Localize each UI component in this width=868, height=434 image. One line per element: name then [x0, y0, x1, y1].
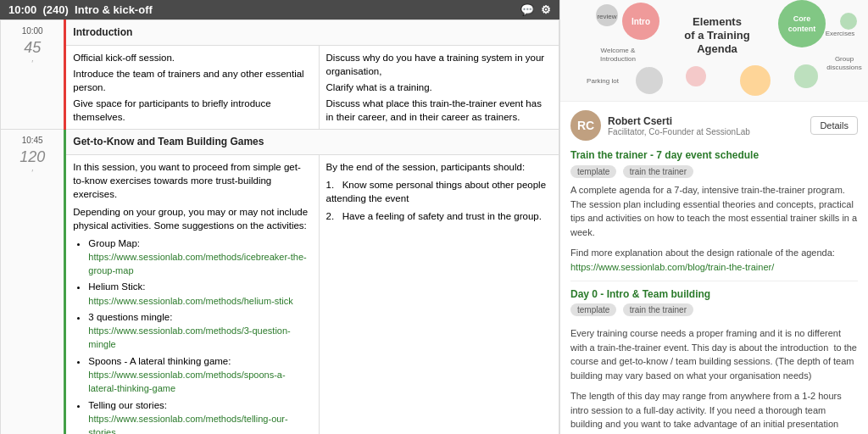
session1-content: Official kick-off session. Introduce the…: [65, 45, 319, 129]
day0-title: Day 0 - Intro & Team building: [570, 288, 858, 300]
header-icons: 💬 ⚙: [520, 3, 551, 16]
avatar-initials: RC: [577, 119, 594, 132]
session1-content-1: Official kick-off session.: [73, 51, 311, 64]
session1-notes: Discuss why do you have a training syste…: [319, 45, 559, 129]
session2-note-1: 1. Know some personal things about other…: [326, 178, 552, 205]
author-row: RC Robert Cserti Facilitator, Co-Founder…: [570, 110, 858, 141]
agenda-link[interactable]: Train the trainer - 7 day event schedule: [570, 149, 858, 161]
header-section-title: Intro & kick-off: [75, 3, 153, 16]
table-row: 10:45 120 ′ Get-to-Know and Team Buildin…: [1, 130, 559, 155]
svg-text:Core: Core: [793, 14, 811, 23]
session2-content-intro: In this session, you want to proceed fro…: [73, 160, 311, 201]
session1-unit: ′: [8, 58, 57, 70]
svg-text:discussions: discussions: [826, 64, 861, 71]
right-panel: review Intro Welcome & Introduction Elem…: [559, 0, 868, 434]
activity-list: Group Map:https://www.sessionlab.com/met…: [73, 236, 311, 434]
group-map-link[interactable]: https://www.sessionlab.com/methods/icebr…: [88, 252, 306, 275]
header-bar: 10:00 (240) Intro & kick-off 💬 ⚙: [0, 0, 559, 19]
diagram-area: review Intro Welcome & Introduction Elem…: [560, 0, 868, 102]
session1-title: Introduction: [73, 26, 132, 38]
session1-duration: 45: [8, 37, 57, 58]
session1-note-3: Discuss what place this train-the-traine…: [326, 97, 552, 124]
avatar: RC: [570, 110, 601, 141]
settings-icon[interactable]: ⚙: [541, 3, 551, 16]
svg-text:Parking lot: Parking lot: [587, 77, 620, 85]
session1-title-cell: Introduction: [65, 20, 559, 46]
divider: [570, 281, 858, 281]
session2-content-extra: Depending on your group, you may or may …: [73, 205, 311, 232]
helium-stick-link[interactable]: https://www.sessionlab.com/methods/heliu…: [88, 296, 292, 306]
svg-text:Exercises: Exercises: [826, 30, 855, 37]
list-item: Telling our stories:https://www.sessionl…: [88, 398, 311, 434]
list-item: Spoons - A lateral thinking game:https:/…: [88, 354, 311, 396]
svg-text:Introduction: Introduction: [600, 55, 636, 63]
header-title: 10:00 (240) Intro & kick-off: [8, 3, 153, 16]
tag-template[interactable]: template: [570, 165, 616, 178]
svg-point-9: [778, 0, 826, 47]
day0-description: Every training course needs a proper fra…: [570, 326, 858, 382]
tag-train-trainer[interactable]: train the trainer: [623, 165, 693, 178]
day0-tag-train-trainer[interactable]: train the trainer: [623, 303, 693, 316]
author-info: Robert Cserti Facilitator, Co-Founder at…: [608, 115, 804, 136]
telling-stories-link[interactable]: https://www.sessionlab.com/methods/telli…: [88, 414, 287, 434]
training-agenda-diagram: review Intro Welcome & Introduction Elem…: [560, 0, 868, 102]
table-row: Official kick-off session. Introduce the…: [1, 45, 559, 129]
session2-content: In this session, you want to proceed fro…: [65, 155, 319, 434]
description1: A complete agenda for a 7-day, intensive…: [570, 183, 858, 239]
agenda-tags: template train the trainer: [570, 165, 858, 183]
left-panel: 10:00 (240) Intro & kick-off 💬 ⚙ 10:00 4…: [0, 0, 559, 434]
session2-notes: By the end of the session, participants …: [319, 155, 559, 434]
session1-note-1: Discuss why do you have a training syste…: [326, 51, 552, 78]
svg-point-19: [686, 66, 706, 86]
session1-note-2: Clarify what is a training.: [326, 81, 552, 94]
session1-time: 10:00: [8, 25, 57, 37]
svg-point-18: [740, 65, 771, 96]
author-role: Facilitator, Co-Founder at SessionLab: [608, 127, 804, 136]
svg-text:Welcome &: Welcome &: [601, 47, 636, 54]
schedule-table: 10:00 45 ′ Introduction Official kick-of…: [0, 19, 559, 434]
session2-notes-title: By the end of the session, participants …: [326, 160, 552, 174]
time-cell-1: 10:00 45 ′: [1, 20, 65, 130]
svg-text:of a Training: of a Training: [684, 29, 749, 42]
svg-point-13: [840, 13, 857, 30]
table-row: 10:00 45 ′ Introduction: [1, 20, 559, 46]
header-time: 10:00: [8, 3, 36, 16]
session2-title-cell: Get-to-Know and Team Building Games: [65, 130, 559, 155]
day0-description2: The length of this day may range from an…: [570, 389, 858, 434]
info-area: RC Robert Cserti Facilitator, Co-Founder…: [560, 102, 868, 434]
svg-text:content: content: [788, 25, 816, 33]
session1-content-3: Give space for participants to briefly i…: [73, 97, 311, 124]
description2: Find more explanation about the design r…: [570, 246, 858, 274]
author-name: Robert Cserti: [608, 115, 804, 127]
time-cell-2: 10:45 120 ′: [1, 130, 65, 434]
session2-title: Get-to-Know and Team Building Games: [73, 136, 264, 147]
diagram-container: review Intro Welcome & Introduction Elem…: [560, 0, 868, 102]
list-item: Group Map:https://www.sessionlab.com/met…: [88, 236, 311, 278]
spoons-link[interactable]: https://www.sessionlab.com/methods/spoon…: [88, 370, 285, 393]
svg-point-20: [794, 64, 818, 88]
session2-note-2: 2. Have a feeling of safety and trust in…: [326, 209, 552, 223]
svg-text:Agenda: Agenda: [697, 42, 737, 55]
table-row: In this session, you want to proceed fro…: [1, 155, 559, 434]
session1-content-2: Introduce the team of trainers and any o…: [73, 67, 311, 94]
list-item: 3 questions mingle:https://www.sessionla…: [88, 310, 311, 352]
svg-text:Group: Group: [835, 55, 854, 63]
session2-time: 10:45: [8, 135, 57, 147]
list-item: Helium Stick:https://www.sessionlab.com/…: [88, 280, 311, 307]
svg-text:Intro: Intro: [632, 17, 650, 26]
day0-tags: template train the trainer: [570, 303, 858, 321]
session2-duration: 120: [8, 147, 57, 168]
day0-tag-template[interactable]: template: [570, 303, 616, 316]
chat-icon[interactable]: 💬: [520, 3, 534, 16]
header-badge: (240): [42, 3, 68, 16]
svg-text:Elements: Elements: [693, 15, 742, 28]
svg-point-17: [636, 67, 663, 94]
3q-mingle-link[interactable]: https://www.sessionlab.com/methods/3-que…: [88, 326, 290, 349]
details-button[interactable]: Details: [810, 116, 858, 135]
svg-text:review: review: [597, 13, 616, 20]
blog-link[interactable]: https://www.sessionlab.com/blog/train-th…: [570, 262, 774, 272]
session2-unit: ′: [8, 168, 57, 180]
